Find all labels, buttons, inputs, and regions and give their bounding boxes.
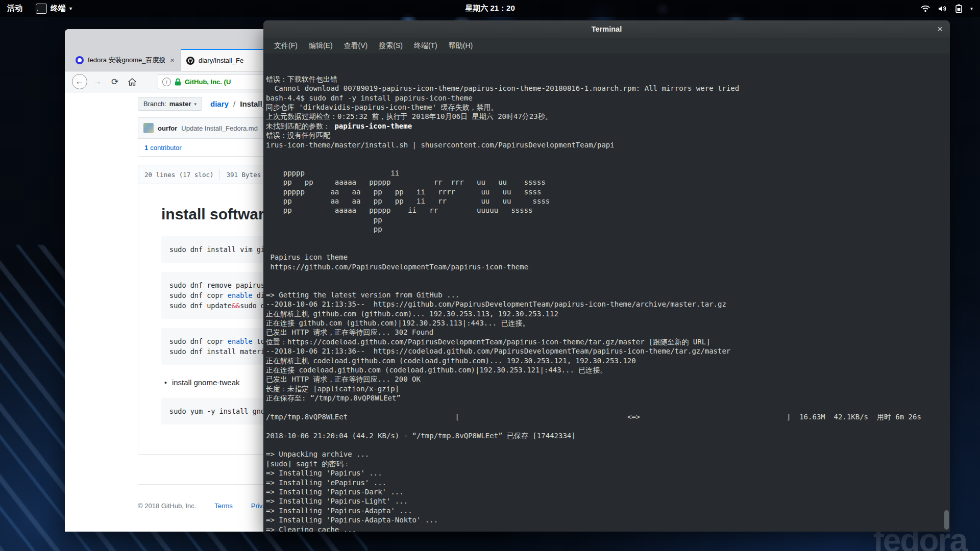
terminal-line: Papirus icon theme	[266, 253, 950, 262]
back-button[interactable]: ←	[72, 74, 87, 89]
commit-author-link[interactable]: ourfor	[158, 124, 177, 132]
terminal-line: 错误：没有任何匹配	[266, 131, 950, 140]
terminal-menu-item[interactable]: 搜索(S)	[373, 41, 408, 51]
system-status-area[interactable]: ▾	[921, 4, 980, 13]
wifi-icon	[921, 5, 930, 12]
gnome-top-bar: 星期六 21：20 活动 ›_ 终端 ▾ ▾	[0, 0, 980, 17]
terminal-line: => Installing 'Papirus-Adapta' ...	[266, 506, 950, 515]
home-icon	[128, 78, 136, 86]
terminal-line: => Installing 'Papirus' ...	[266, 468, 950, 478]
terminal-line	[266, 243, 950, 253]
terminal-line: => Installing 'Papirus-Dark' ...	[266, 487, 950, 496]
clock[interactable]: 星期六 21：20	[0, 4, 980, 13]
site-identity-label: GitHub, Inc. (U	[185, 78, 231, 86]
terminal-app-icon: ›_	[36, 4, 47, 14]
terminal-line: 错误：下载软件包出错	[266, 74, 950, 84]
scrollbar-thumb[interactable]	[944, 510, 949, 530]
file-size: 391 Bytes	[220, 171, 267, 179]
avatar[interactable]	[143, 123, 154, 133]
terminal-line: => Getting the latest version from GitHu…	[266, 290, 950, 299]
terminal-line: pp aa aa pp pp ii rr uu uu ssss	[266, 196, 950, 206]
terminal-line: 正在解析主机 github.com (github.com)... 192.30…	[266, 309, 950, 318]
terminal-line	[266, 271, 950, 281]
terminal-line: => Installing 'Papirus-Adapta-Nokto' ...	[266, 515, 950, 524]
breadcrumb-separator: /	[233, 99, 235, 108]
terminal-line: 2018-10-06 21:20:04 (44.2 KB/s) - “/tmp/…	[266, 431, 950, 440]
terminal-line	[266, 421, 950, 431]
contributor-count: 1	[144, 144, 148, 152]
terminal-line: => Installing 'ePapirus' ...	[266, 478, 950, 487]
contributor-label: contributor	[150, 144, 181, 152]
terminal-line: https://github.com/PapirusDevelopmentTea…	[266, 262, 950, 271]
terminal-line: => Installing 'Papirus-Light' ...	[266, 496, 950, 506]
terminal-line: 正在保存至: “/tmp/tmp.8vQP8WLEet”	[266, 393, 950, 403]
close-window-button[interactable]: ×	[937, 20, 943, 38]
close-tab-icon[interactable]: ×	[169, 56, 176, 64]
terminal-line: 位置：https://codeload.github.com/PapirusDe…	[266, 337, 950, 346]
terminal-line	[266, 149, 950, 159]
reload-button[interactable]: ⟳	[108, 74, 122, 89]
volume-icon	[938, 5, 947, 12]
lock-icon	[175, 78, 181, 86]
terminal-line: [sudo] sagit 的密码：	[266, 459, 950, 468]
commit-message[interactable]: Update Install_Fedora.md	[181, 124, 258, 132]
app-menu-button[interactable]: ›_ 终端 ▾	[36, 4, 72, 14]
footer-link[interactable]: Terms	[214, 502, 232, 510]
terminal-line: pp pp aaaaa ppppp rr rrr uu uu sssss	[266, 178, 950, 187]
terminal-line: => Unpacking archive ...	[266, 449, 950, 459]
terminal-line: 正在连接 github.com (github.com)|192.30.253.…	[266, 318, 950, 328]
terminal-line: ppppp aa aa pp pp ii rrrr uu uu ssss	[266, 187, 950, 196]
terminal-line: --2018-10-06 21:13:35-- https://github.c…	[266, 299, 950, 309]
app-menu-label: 终端	[51, 4, 66, 13]
terminal-line: 上次元数据过期检查：0:25:32 前，执行于 2018年10月06日 星期六 …	[266, 112, 950, 121]
branch-selector-button[interactable]: Branch: master ▾	[138, 97, 202, 111]
terminal-line	[266, 440, 950, 449]
terminal-line: Cannot download 00789019-papirus-icon-th…	[266, 84, 950, 93]
copyright-label: © 2018 GitHub, Inc.	[138, 502, 196, 510]
page-info-icon[interactable]: i	[162, 78, 171, 86]
terminal-line	[266, 403, 950, 412]
terminal-line: 已发出 HTTP 请求，正在等待回应... 302 Found	[266, 328, 950, 337]
terminal-window: Terminal × 文件(F)编辑(E)查看(V)搜索(S)终端(T)帮助(H…	[263, 20, 950, 532]
branch-name: master	[169, 100, 191, 108]
terminal-line: 正在解析主机 codeload.github.com (codeload.git…	[266, 356, 950, 365]
github-favicon	[186, 57, 194, 65]
battery-icon	[955, 4, 962, 13]
file-line-count: 20 lines (17 sloc)	[138, 171, 219, 179]
terminal-menu-item[interactable]: 终端(T)	[408, 41, 443, 51]
activities-button[interactable]: 活动	[7, 4, 22, 13]
terminal-line: irus-icon-theme/master/install.sh | shus…	[266, 140, 950, 149]
terminal-line: /tmp/tmp.8vQP8WLEet [ <=> ] 16.63M 42.1K…	[266, 412, 950, 421]
branch-prefix: Branch:	[143, 100, 166, 108]
terminal-menu-item[interactable]: 文件(F)	[268, 41, 303, 51]
baidu-favicon	[76, 56, 84, 64]
breadcrumb-repo-link[interactable]: diary	[210, 99, 229, 108]
caret-down-icon: ▾	[69, 6, 72, 11]
terminal-output[interactable]: 错误：下载软件包出错 Cannot download 00789019-papi…	[263, 54, 950, 532]
terminal-line	[266, 234, 950, 243]
terminal-line: bash-4.4$ sudo dnf -y install papirus-ic…	[266, 93, 950, 103]
terminal-line	[266, 159, 950, 168]
terminal-line: pp	[266, 215, 950, 224]
terminal-line: 同步仓库 'dirkdavidis-papirus-icon-theme' 缓存…	[266, 103, 950, 112]
terminal-menubar: 文件(F)编辑(E)查看(V)搜索(S)终端(T)帮助(H)	[263, 38, 950, 54]
tab-title: fedora 安装gnome_百度搜	[88, 56, 165, 65]
terminal-menu-item[interactable]: 查看(V)	[338, 41, 374, 51]
terminal-line	[266, 281, 950, 290]
terminal-line: 正在连接 codeload.github.com (codeload.githu…	[266, 365, 950, 374]
caret-down-icon: ▾	[970, 6, 973, 11]
forward-button[interactable]: →	[90, 74, 105, 89]
terminal-line: 未找到匹配的参数： papirus-icon-theme	[266, 121, 950, 131]
terminal-menu-item[interactable]: 帮助(H)	[443, 41, 478, 51]
terminal-line: pp aaaaa ppppp ii rr uuuuu sssss	[266, 206, 950, 215]
terminal-titlebar[interactable]: Terminal ×	[263, 20, 950, 38]
home-button[interactable]	[125, 74, 139, 89]
terminal-line: 长度：未指定 [application/x-gzip]	[266, 384, 950, 393]
tab-baidu-search[interactable]: fedora 安装gnome_百度搜 ×	[70, 49, 181, 71]
terminal-line: pp	[266, 224, 950, 234]
terminal-line: ppppp ii	[266, 168, 950, 178]
terminal-line: => Clearing cache ...	[266, 525, 950, 532]
caret-down-icon: ▾	[194, 102, 197, 107]
window-title: Terminal	[592, 25, 622, 33]
terminal-menu-item[interactable]: 编辑(E)	[303, 41, 338, 51]
